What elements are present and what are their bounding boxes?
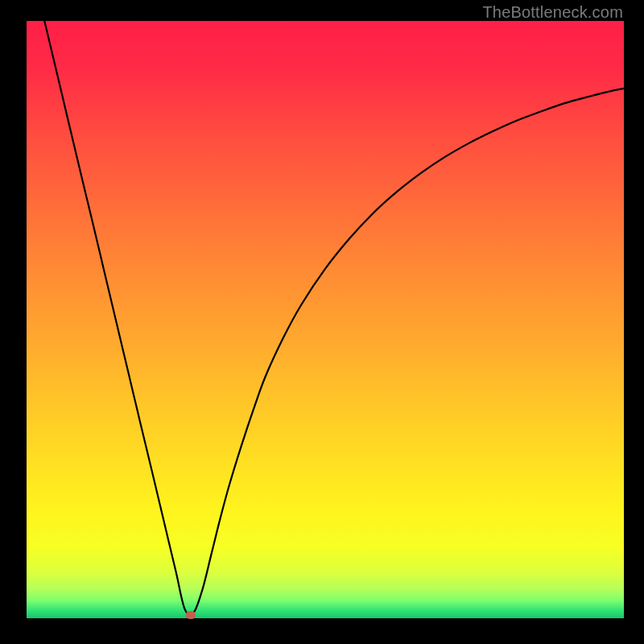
bottleneck-curve <box>27 21 624 618</box>
watermark-text: TheBottleneck.com <box>482 3 623 22</box>
chart-frame: TheBottleneck.com <box>0 0 644 644</box>
plot-area <box>27 21 624 618</box>
optimum-marker <box>186 611 196 619</box>
